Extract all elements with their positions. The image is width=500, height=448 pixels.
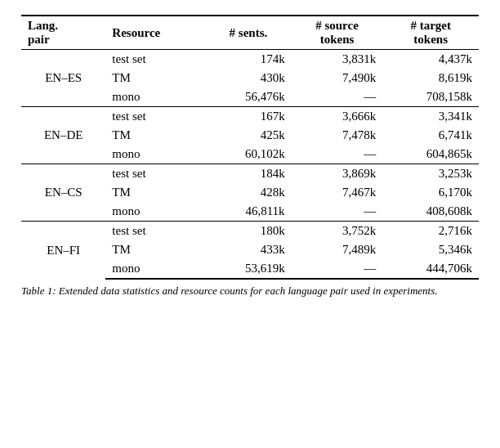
sents-cell: 433k [205, 240, 291, 259]
lang-cell: EN–DE [21, 107, 105, 164]
sents-cell: 174k [205, 50, 291, 69]
sents-cell: 53,619k [205, 259, 291, 279]
sents-cell: 46,811k [205, 202, 291, 222]
resource-cell: test set [105, 222, 205, 241]
source-tokens-cell: 3,752k [292, 222, 383, 241]
header-resource: Resource [105, 16, 205, 50]
sents-cell: 60,102k [205, 145, 291, 164]
source-tokens-cell: 7,490k [292, 69, 383, 87]
resource-cell: mono [105, 259, 205, 279]
resource-cell: TM [105, 240, 205, 259]
target-tokens-cell: 604,865k [382, 145, 479, 164]
sents-cell: 425k [205, 126, 291, 145]
source-tokens-cell: — [292, 202, 383, 222]
source-tokens-cell: — [292, 145, 383, 164]
target-tokens-cell: 408,608k [382, 202, 479, 222]
sents-cell: 430k [205, 69, 291, 87]
resource-cell: mono [105, 145, 205, 164]
header-lang-pair: Lang.pair [21, 16, 105, 50]
target-tokens-cell: 6,170k [382, 183, 479, 202]
sents-cell: 184k [205, 164, 291, 184]
lang-cell: EN–FI [21, 222, 105, 280]
data-table: Lang.pair Resource # sents. # sourcetoke… [21, 15, 479, 280]
target-tokens-cell: 708,158k [382, 87, 479, 107]
target-tokens-cell: 6,741k [382, 126, 479, 145]
source-tokens-cell: 7,467k [292, 183, 383, 202]
source-tokens-cell: — [292, 87, 383, 107]
sents-cell: 56,476k [205, 87, 291, 107]
resource-cell: test set [105, 107, 205, 127]
target-tokens-cell: 3,341k [382, 107, 479, 127]
source-tokens-cell: 7,489k [292, 240, 383, 259]
target-tokens-cell: 2,716k [382, 222, 479, 241]
source-tokens-cell: 3,666k [292, 107, 383, 127]
header-target-tokens: # targettokens [382, 16, 479, 50]
lang-cell: EN–ES [21, 50, 105, 107]
target-tokens-cell: 5,346k [382, 240, 479, 259]
sents-cell: 180k [205, 222, 291, 241]
resource-cell: test set [105, 50, 205, 69]
source-tokens-cell: — [292, 259, 383, 279]
target-tokens-cell: 444,706k [382, 259, 479, 279]
source-tokens-cell: 3,869k [292, 164, 383, 184]
resource-cell: test set [105, 164, 205, 184]
target-tokens-cell: 8,619k [382, 69, 479, 87]
target-tokens-cell: 3,253k [382, 164, 479, 184]
table-container: Lang.pair Resource # sents. # sourcetoke… [8, 8, 492, 304]
sents-cell: 428k [205, 183, 291, 202]
header-source-tokens: # sourcetokens [292, 16, 383, 50]
resource-cell: TM [105, 126, 205, 145]
source-tokens-cell: 3,831k [292, 50, 383, 69]
source-tokens-cell: 7,478k [292, 126, 383, 145]
resource-cell: TM [105, 183, 205, 202]
table-caption: Table 1: Extended data statistics and re… [21, 284, 479, 298]
resource-cell: mono [105, 202, 205, 222]
lang-cell: EN–CS [21, 164, 105, 222]
resource-cell: TM [105, 69, 205, 87]
resource-cell: mono [105, 87, 205, 107]
target-tokens-cell: 4,437k [382, 50, 479, 69]
header-sents: # sents. [205, 16, 291, 50]
sents-cell: 167k [205, 107, 291, 127]
